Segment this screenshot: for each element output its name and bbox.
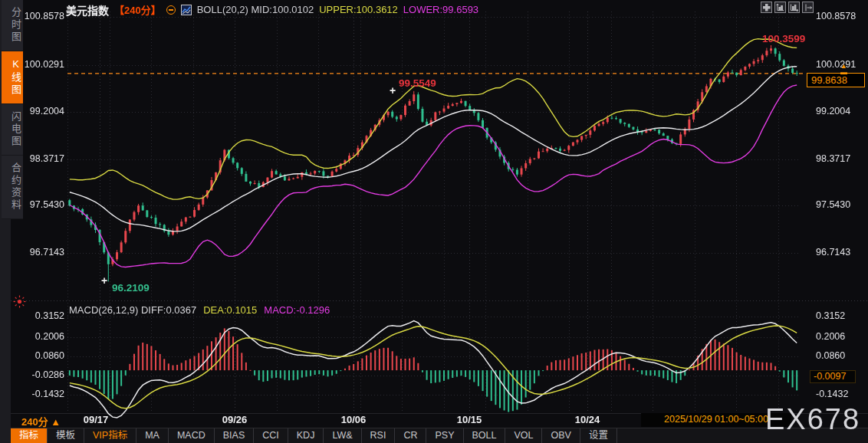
- price-tick-left-2: 99.2004: [0, 106, 64, 116]
- scale-left-icon[interactable]: [774, 2, 786, 13]
- price-tick-right-5: 96.7143: [816, 247, 866, 258]
- toolbar-item-BIAS[interactable]: BIAS: [215, 428, 255, 443]
- macd-title: MACD(26,12,9) DIFF:0.0367: [69, 304, 196, 316]
- toolbar-item-VOL[interactable]: VOL: [505, 428, 542, 443]
- macd-tick-right-0: 0.3152: [816, 310, 866, 321]
- toolbar-item-KDJ[interactable]: KDJ: [288, 428, 324, 443]
- period-tag[interactable]: 240分 ▲: [21, 414, 61, 428]
- chart-header: 美元指数 【240分】 BOLL(20,2) MID:100.0102 UPPE…: [66, 3, 478, 16]
- date-label-1: 09/26: [215, 414, 255, 425]
- toolbar-item-VIP指标[interactable]: VIP指标: [84, 428, 136, 443]
- macd-tick-right-2: 0.0860: [816, 350, 866, 361]
- macd-tick-right-4: -0.1432: [816, 389, 866, 399]
- peak-price-annotation: 99.5549: [399, 77, 436, 89]
- toolbar-item-CCI[interactable]: CCI: [254, 428, 288, 443]
- macd-tick-left-4: -0.1432: [0, 389, 64, 399]
- macd-macd-value: MACD:-0.1296: [264, 304, 330, 316]
- boll-upper-value: UPPER:100.3612: [319, 4, 398, 15]
- price-tick-right-3: 98.3717: [816, 153, 866, 164]
- current-price-tag[interactable]: 99.8638: [807, 73, 865, 87]
- chart-style-icon[interactable]: [181, 5, 192, 15]
- toolbar-item-MA[interactable]: MA: [136, 428, 169, 443]
- toolbar-item-设置[interactable]: 设置: [580, 428, 617, 443]
- macd-tick-left-1: 0.2006: [0, 331, 64, 342]
- alert-burst-icon[interactable]: [13, 295, 26, 308]
- price-tick-left-3: 98.3717: [0, 153, 64, 164]
- symbol-name: 美元指数: [66, 2, 109, 18]
- crosshair-icon[interactable]: [761, 2, 772, 13]
- chart-canvas[interactable]: [0, 0, 868, 443]
- collapse-indicator-icon[interactable]: [166, 5, 176, 15]
- price-tick-left-0: 100.8578: [0, 11, 64, 21]
- toolbar-item-模板[interactable]: 模板: [48, 428, 84, 443]
- toolbar-item-指标[interactable]: 指标: [11, 428, 48, 443]
- macd-tick-left-2: 0.0860: [0, 350, 64, 361]
- macd-current-value-tag: -0.0097: [810, 370, 856, 383]
- scale-right-icon[interactable]: [788, 2, 800, 13]
- date-label-0: 09/17: [76, 414, 116, 425]
- indicator-toolbar: 指标模板VIP指标MAMACDBIASCCIKDJLW&RSICRPSYBOLL…: [11, 428, 868, 443]
- sidebar-tab-0[interactable]: 分时图: [2, 0, 23, 51]
- chart-window: 分时图K线图闪电图合约资料 美元指数 【240分】 BOLL(20,2) MID…: [0, 0, 868, 443]
- brand-watermark: EX678: [765, 403, 860, 436]
- price-tick-left-5: 96.7143: [0, 247, 64, 258]
- price-tick-right-4: 97.5430: [816, 199, 866, 210]
- price-tick-right-2: 99.2004: [816, 106, 866, 116]
- toolbar-item-MACD[interactable]: MACD: [169, 428, 215, 443]
- macd-dea-value: DEA:0.1015: [203, 304, 257, 316]
- macd-tick-left-3: -0.0286: [0, 369, 64, 380]
- price-tick-left-4: 97.5430: [0, 199, 64, 210]
- macd-tick-right-1: 0.2006: [816, 331, 866, 342]
- toolbar-item-CR[interactable]: CR: [395, 428, 426, 443]
- low-cross-marker: +: [101, 274, 107, 287]
- boll-lower-value: LOWER:99.6593: [403, 4, 478, 15]
- macd-tick-left-0: 0.3152: [0, 310, 64, 321]
- toolbar-item-RSI[interactable]: RSI: [362, 428, 396, 443]
- high-price-annotation: 100.3599: [762, 33, 805, 44]
- macd-header: MACD(26,12,9) DIFF:0.0367 DEA:0.1015 MAC…: [69, 304, 330, 316]
- peak-cross-marker: +: [390, 84, 396, 97]
- date-label-4: 10/24: [567, 414, 607, 425]
- toolbar-item-OBV[interactable]: OBV: [542, 428, 580, 443]
- toolbar-item-BOLL[interactable]: BOLL: [464, 428, 506, 443]
- date-label-2: 10/06: [334, 414, 373, 425]
- chart-toolbar-icons: [761, 2, 814, 13]
- date-label-3: 10/15: [449, 414, 489, 425]
- pan-right-icon[interactable]: [802, 2, 814, 13]
- period-label[interactable]: 【240分】: [114, 2, 161, 17]
- price-up-arrow-icon: ▲▬: [840, 63, 847, 75]
- price-tick-right-0: 100.8578: [816, 11, 866, 21]
- low-price-annotation: 96.2109: [112, 282, 150, 294]
- toolbar-item-PSY[interactable]: PSY: [426, 428, 463, 443]
- toolbar-item-LW&[interactable]: LW&: [324, 428, 361, 443]
- price-tick-left-1: 100.0291: [0, 59, 64, 70]
- boll-indicator-label: BOLL(20,2) MID:100.0102: [197, 4, 314, 15]
- time-axis: 240分 ▲ 2025/10/29 01:00~05:00 09/1709/26…: [11, 413, 868, 428]
